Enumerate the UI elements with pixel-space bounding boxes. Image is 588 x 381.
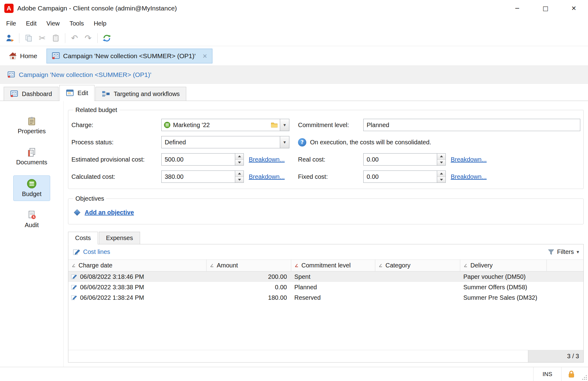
column-header-amount[interactable]: Amount [207, 260, 291, 271]
breadcrumb-link[interactable]: Campaign 'New collection <SUMMER> (OP1)' [19, 71, 151, 78]
maximize-button[interactable]: □ [531, 0, 560, 17]
help-icon[interactable]: ? [298, 138, 306, 146]
adobe-logo-icon: A [4, 4, 14, 13]
menu-view[interactable]: View [42, 18, 65, 29]
chevron-down-icon: ▾ [577, 249, 579, 255]
tab-costs[interactable]: Costs [68, 232, 98, 244]
calculated-breakdown-link[interactable]: Breakdown... [249, 173, 285, 180]
table-row[interactable]: 06/06/2022 1:38:24 PM 180.00 Reserved Su… [68, 292, 583, 303]
dashboard-icon [10, 90, 18, 98]
related-budget-group: Related budget Charge: Marketing ' [68, 106, 584, 189]
connection-button[interactable] [3, 32, 17, 45]
audit-icon [27, 211, 36, 220]
refresh-icon [102, 34, 111, 43]
copy-button[interactable] [22, 32, 35, 45]
toolbar-separator [19, 33, 19, 43]
menu-tools[interactable]: Tools [65, 18, 89, 29]
resize-grip[interactable] [581, 367, 588, 381]
cell-amount: 200.00 [207, 273, 291, 280]
app-window: A Adobe Campaign - Client console (admin… [0, 0, 588, 381]
sidebar-item-documents[interactable]: Documents [11, 144, 52, 169]
sidebar-item-properties[interactable]: Properties [12, 113, 51, 138]
close-button[interactable]: ✕ [560, 0, 588, 17]
redo-button[interactable]: ↷ [81, 32, 95, 45]
estimated-cost-value[interactable]: 500.00 [162, 154, 235, 165]
undo-icon: ↶ [71, 34, 78, 42]
menu-help[interactable]: Help [89, 18, 111, 29]
real-breakdown-link[interactable]: Breakdown... [451, 156, 487, 163]
edit-tab-icon [66, 89, 74, 97]
cell-charge-date: 06/06/2022 3:38:38 PM [80, 284, 144, 291]
related-budget-title: Related budget [73, 106, 119, 114]
menu-bar: File Edit View Tools Help [0, 17, 588, 30]
column-label: Charge date [79, 262, 112, 269]
cell-commitment-level: Spent [291, 273, 375, 280]
tab-edit[interactable]: Edit [59, 85, 95, 101]
table-row[interactable]: 06/08/2022 3:18:46 PM 200.00 Spent Paper… [68, 271, 583, 282]
fixed-cost-input[interactable]: 0.00 [363, 170, 446, 183]
spinner-up-button[interactable] [437, 154, 445, 160]
filters-button[interactable]: Filters ▾ [548, 248, 579, 255]
tab-dashboard[interactable]: Dashboard [4, 87, 58, 101]
estimated-cost-input[interactable]: 500.00 [161, 153, 244, 166]
calculated-cost-label: Calculated cost: [71, 173, 161, 180]
cut-button[interactable]: ✂ [35, 32, 49, 45]
column-header-delivery[interactable]: Delivery [460, 260, 547, 271]
process-status-dropdown-button[interactable]: ▾ [280, 136, 289, 148]
commitment-level-input[interactable]: Planned [363, 119, 580, 131]
consolidation-help-text: On execution, the costs will be consolid… [310, 139, 431, 146]
charge-value[interactable]: Marketing '22 [171, 122, 269, 129]
process-status-select[interactable]: Defined ▾ [161, 136, 289, 148]
cost-lines-button[interactable]: Cost lines [73, 248, 110, 256]
column-header-spacer [547, 260, 583, 271]
table-row[interactable]: 06/06/2022 3:38:38 PM 0.00 Planned Summe… [68, 282, 583, 292]
sidebar-item-audit[interactable]: Audit [13, 207, 50, 232]
column-header-commitment-level[interactable]: Commitment level [291, 260, 375, 271]
charge-field[interactable]: Marketing '22 ▾ [161, 119, 289, 131]
sort-icon [378, 263, 383, 267]
spinner-up-button[interactable] [437, 171, 445, 177]
paste-button[interactable] [49, 32, 62, 45]
column-header-charge-date[interactable]: Charge date [68, 260, 207, 271]
objective-diamond-icon [74, 209, 80, 216]
sort-icon [71, 263, 76, 267]
tab-close-icon[interactable]: ✕ [203, 53, 207, 59]
lock-icon [568, 370, 575, 378]
calculated-cost-value[interactable]: 380.00 [162, 171, 235, 182]
menu-edit[interactable]: Edit [21, 18, 41, 29]
real-cost-value[interactable]: 0.00 [364, 154, 437, 165]
undo-button[interactable]: ↶ [68, 32, 81, 45]
refresh-button[interactable] [100, 32, 114, 45]
fixed-cost-value[interactable]: 0.00 [364, 171, 437, 182]
minimize-button[interactable]: ─ [503, 0, 531, 17]
estimated-breakdown-link[interactable]: Breakdown... [249, 156, 285, 163]
campaign-tab[interactable]: Campaign 'New collection <SUMMER> (OP1)'… [46, 49, 212, 63]
objectives-group: Objectives Add an objective [68, 195, 584, 224]
charge-dropdown-button[interactable]: ▾ [280, 119, 289, 131]
campaign-icon [52, 52, 60, 60]
home-button[interactable]: Home [4, 52, 42, 60]
fixed-breakdown-link[interactable]: Breakdown... [451, 173, 487, 180]
add-objective-link[interactable]: Add an objective [85, 209, 134, 216]
cell-delivery: Paper voucher (DM50) [460, 273, 547, 280]
tab-expenses[interactable]: Expenses [99, 232, 140, 244]
real-cost-input[interactable]: 0.00 [363, 153, 446, 166]
sidebar-item-label: Documents [16, 159, 47, 166]
spinner-up-button[interactable] [235, 154, 244, 160]
cell-amount: 180.00 [207, 294, 291, 301]
spinner-down-button[interactable] [235, 177, 244, 183]
spinner-down-button[interactable] [235, 160, 244, 166]
spinner-down-button[interactable] [437, 177, 445, 183]
process-status-value: Defined [162, 139, 280, 146]
sidebar-item-budget[interactable]: Budget [13, 175, 50, 201]
tab-targeting[interactable]: Targeting and workflows [95, 87, 186, 101]
sort-icon [210, 263, 214, 267]
charge-folder-button[interactable] [269, 119, 280, 131]
calculated-cost-input[interactable]: 380.00 [161, 170, 244, 183]
menu-file[interactable]: File [1, 18, 21, 29]
column-header-category[interactable]: Category [375, 260, 460, 271]
spinner-down-button[interactable] [437, 160, 445, 166]
tab-dashboard-label: Dashboard [22, 90, 52, 98]
spinner-up-button[interactable] [235, 171, 244, 177]
tab-edit-label: Edit [78, 90, 88, 97]
